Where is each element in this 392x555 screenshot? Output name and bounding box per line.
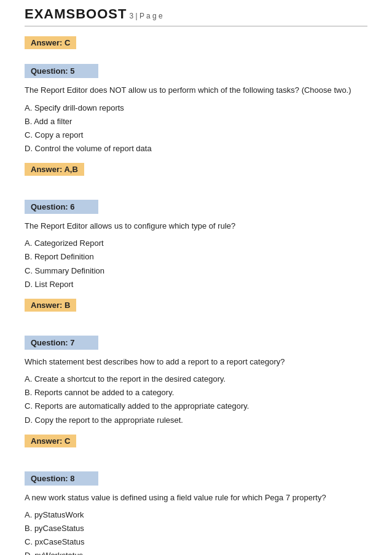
question-7-text: Which statement best describes how to ad… xyxy=(25,356,367,368)
question-8-section: Question: 8 A new work status value is d… xyxy=(25,457,367,555)
initial-answer-box: Answer: C xyxy=(25,36,76,49)
question-7-options: A. Create a shortcut to the report in th… xyxy=(25,372,367,427)
question-7-label: Question: 7 xyxy=(25,336,98,350)
question-6-label: Question: 6 xyxy=(25,200,98,214)
answer-7-box: Answer: C xyxy=(25,435,76,447)
page-info: 3 | P a g e xyxy=(129,12,162,20)
page-container: EXAMSBOOST 3 | P a g e Answer: C Questio… xyxy=(0,0,392,555)
list-item: C. Summary Definition xyxy=(25,264,367,278)
list-item: B. pyCaseStatus xyxy=(25,522,367,535)
page-header: EXAMSBOOST 3 | P a g e xyxy=(25,6,367,26)
list-item: A. Create a shortcut to the report in th… xyxy=(25,372,367,386)
question-8-options: A. pyStatusWork B. pyCaseStatus C. pxCas… xyxy=(25,508,367,555)
question-8-text: A new work status value is defined using… xyxy=(25,492,367,504)
list-item: A. Specify drill-down reports xyxy=(25,101,367,115)
question-5-section: Question: 5 The Report Editor does NOT a… xyxy=(25,59,367,182)
initial-answer-section: Answer: C xyxy=(25,34,367,55)
question-6-text: The Report Editor allows us to configure… xyxy=(25,220,367,232)
list-item: A. pyStatusWork xyxy=(25,508,367,522)
question-8-label: Question: 8 xyxy=(25,471,98,486)
question-6-options: A. Categorized Report B. Report Definiti… xyxy=(25,237,367,291)
list-item: B. Reports cannot be added to a category… xyxy=(25,386,367,400)
list-item: B. Report Definition xyxy=(25,250,367,264)
brand-name: EXAMSBOOST xyxy=(25,6,127,22)
question-5-label: Question: 5 xyxy=(25,64,98,78)
list-item: B. Add a filter xyxy=(25,115,367,128)
list-item: D. pyWorkstatus xyxy=(25,549,367,555)
list-item: C. Copy a report xyxy=(25,128,367,142)
list-item: C. pxCaseStatus xyxy=(25,535,367,549)
question-5-text: The Report Editor does NOT allow us to p… xyxy=(25,84,367,96)
list-item: A. Categorized Report xyxy=(25,237,367,250)
question-7-section: Question: 7 Which statement best describ… xyxy=(25,321,367,454)
question-5-options: A. Specify drill-down reports B. Add a f… xyxy=(25,101,367,155)
list-item: D. List Report xyxy=(25,278,367,291)
answer-5-box: Answer: A,B xyxy=(25,163,84,176)
answer-6-box: Answer: B xyxy=(25,299,76,312)
list-item: D. Control the volume of report data xyxy=(25,142,367,155)
list-item: D. Copy the report to the appropriate ru… xyxy=(25,414,367,427)
list-item: C. Reports are automatically added to th… xyxy=(25,400,367,413)
question-6-section: Question: 6 The Report Editor allows us … xyxy=(25,186,367,318)
